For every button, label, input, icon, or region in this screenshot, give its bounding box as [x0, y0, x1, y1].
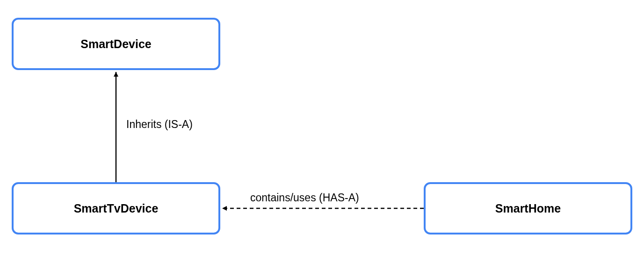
contains-arrow [0, 0, 644, 277]
contains-label: contains/uses (HAS-A) [250, 192, 359, 204]
